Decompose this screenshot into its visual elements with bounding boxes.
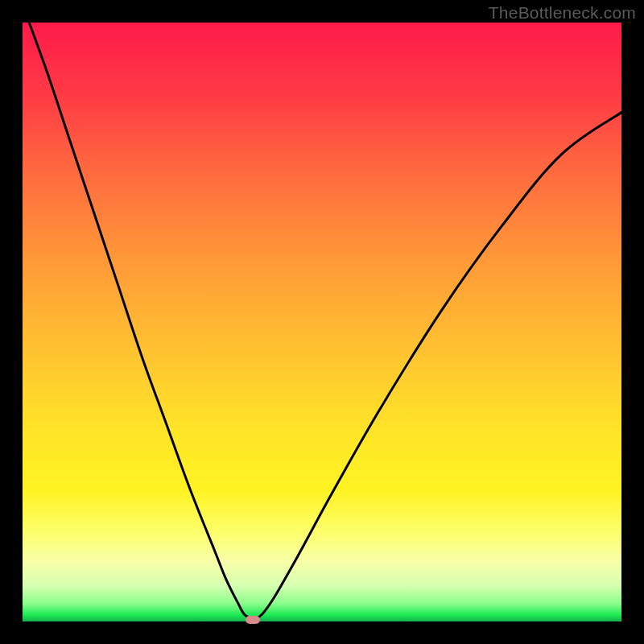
min-marker (246, 616, 260, 624)
curve-svg (23, 23, 621, 621)
chart-frame: TheBottleneck.com (0, 0, 644, 644)
watermark-text: TheBottleneck.com (489, 3, 636, 23)
plot-area (23, 23, 621, 621)
bottleneck-curve (23, 23, 621, 618)
